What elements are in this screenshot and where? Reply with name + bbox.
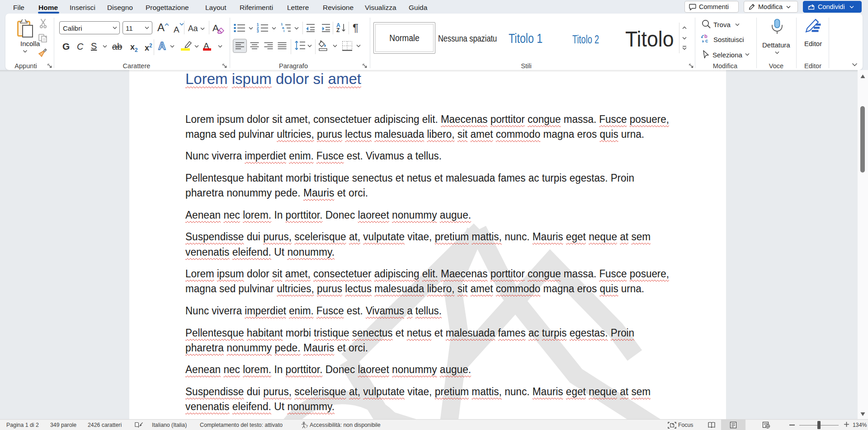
svg-text:?: ? — [306, 424, 308, 429]
svg-text:c: c — [705, 38, 708, 43]
